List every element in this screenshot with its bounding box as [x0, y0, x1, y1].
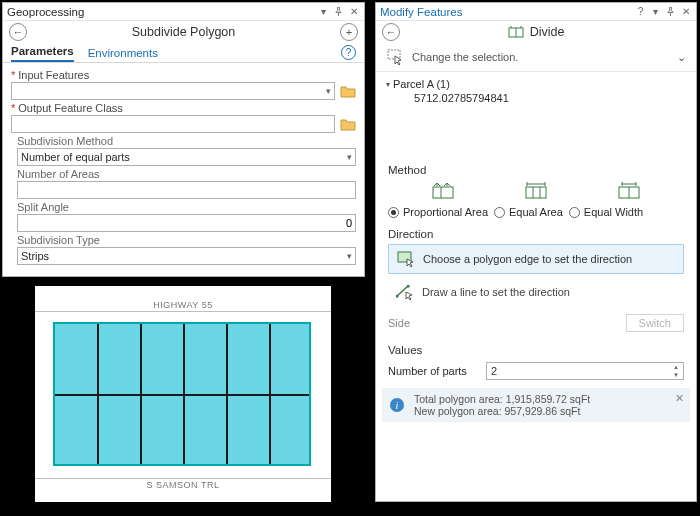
input-features-label: Input Features — [11, 69, 356, 81]
geop-nav: ← Subdivide Polygon + — [3, 21, 364, 43]
choose-edge-button[interactable]: Choose a polygon edge to set the directi… — [388, 244, 684, 274]
num-parts-value: 2 — [491, 365, 497, 377]
draw-line-button[interactable]: Draw a line to set the direction — [388, 278, 684, 306]
radio-icon — [569, 207, 580, 218]
help-icon[interactable]: ? — [634, 6, 647, 17]
chevron-down-icon: ▾ — [347, 251, 352, 261]
svg-rect-20 — [396, 295, 399, 298]
tab-environments[interactable]: Environments — [88, 47, 158, 62]
draw-line-label: Draw a line to set the direction — [422, 286, 570, 298]
browse-folder-icon[interactable] — [340, 117, 356, 131]
equal-width-icon — [618, 181, 640, 199]
subdiv-method-value: Number of equal parts — [21, 151, 130, 163]
direction-section-label: Direction — [376, 224, 696, 242]
top-road-label: HIGHWAY 55 — [35, 300, 331, 310]
side-label: Side — [388, 317, 410, 329]
modify-tool-name: Divide — [530, 25, 565, 39]
num-areas-label: Number of Areas — [17, 168, 356, 180]
subdiv-method-select[interactable]: Number of equal parts ▾ — [17, 148, 356, 166]
close-icon[interactable]: ✕ — [679, 6, 692, 17]
svg-rect-21 — [407, 285, 410, 288]
selection-tree: ▾ Parcel A (1) 5712.02785794841 — [376, 72, 696, 160]
selection-cursor-icon — [386, 49, 404, 65]
close-icon[interactable]: ✕ — [347, 6, 360, 17]
chevron-down-icon[interactable]: ▾ — [649, 6, 662, 17]
geop-title: Geoprocessing — [7, 6, 84, 18]
geop-tabs: Parameters Environments ? — [3, 43, 364, 63]
subdiv-type-label: Subdivision Type — [17, 234, 356, 246]
svg-rect-7 — [526, 187, 546, 198]
spin-down-icon[interactable]: ▼ — [670, 371, 682, 379]
subdiv-type-value: Strips — [21, 250, 49, 262]
info-icon: i — [390, 398, 404, 412]
svg-rect-5 — [433, 187, 453, 198]
tree-child-row[interactable]: 5712.02785794841 — [386, 92, 686, 104]
choose-edge-label: Choose a polygon edge to set the directi… — [423, 253, 632, 265]
opt-equal-area[interactable]: Equal Area — [494, 206, 563, 218]
road-line — [35, 311, 331, 312]
equal-area-icon — [525, 181, 547, 199]
divide-icon — [508, 25, 524, 39]
method-icons — [376, 178, 696, 202]
output-fc-label: Output Feature Class — [11, 102, 356, 114]
modify-title: Modify Features — [380, 6, 462, 18]
proportional-area-icon — [432, 181, 454, 199]
tree-parent-label: Parcel A (1) — [393, 78, 450, 90]
road-line — [35, 478, 331, 479]
num-parts-label: Number of parts — [388, 365, 478, 377]
modify-nav: ← Divide — [376, 21, 696, 43]
modify-panel: Modify Features ? ▾ ✕ ← Divide Change th… — [375, 2, 697, 502]
back-button[interactable]: ← — [9, 23, 27, 41]
split-angle-input[interactable] — [17, 214, 356, 232]
close-icon[interactable]: ✕ — [675, 392, 684, 405]
pin-icon[interactable] — [664, 7, 677, 16]
change-selection-row[interactable]: Change the selection. ⌄ — [376, 43, 696, 72]
map-preview: HIGHWAY 55 S SAMSON TRL — [35, 286, 331, 502]
radio-icon — [494, 207, 505, 218]
num-areas-input[interactable] — [17, 181, 356, 199]
side-row: Side Switch — [376, 306, 696, 340]
chevron-down-icon: ⌄ — [677, 51, 686, 64]
info-box: i Total polygon area: 1,915,859.72 sqFt … — [382, 388, 690, 422]
subdiv-type-select[interactable]: Strips ▾ — [17, 247, 356, 265]
spin-up-icon[interactable]: ▲ — [670, 363, 682, 371]
output-fc-input[interactable] — [11, 115, 335, 133]
geop-form: Input Features ▾ Output Feature Class Su… — [3, 63, 364, 271]
geoprocessing-panel: Geoprocessing ▾ ✕ ← Subdivide Polygon + … — [2, 2, 365, 277]
chevron-down-icon: ▾ — [347, 152, 352, 162]
geop-titlebar: Geoprocessing ▾ ✕ — [3, 3, 364, 21]
radio-icon — [388, 207, 399, 218]
chevron-down-icon: ▾ — [326, 86, 331, 96]
tree-parent-row[interactable]: ▾ Parcel A (1) — [386, 78, 686, 90]
help-icon[interactable]: ? — [341, 45, 356, 60]
browse-folder-icon[interactable] — [340, 84, 356, 98]
tree-child-label: 5712.02785794841 — [414, 92, 509, 104]
modify-titlebar: Modify Features ? ▾ ✕ — [376, 3, 696, 21]
pin-icon[interactable] — [332, 7, 345, 16]
split-angle-label: Split Angle — [17, 201, 356, 213]
opt-equal-width[interactable]: Equal Width — [569, 206, 643, 218]
info-line-1: Total polygon area: 1,915,859.72 sqFt — [414, 393, 590, 405]
svg-rect-4 — [388, 50, 400, 59]
back-button[interactable]: ← — [382, 23, 400, 41]
choose-edge-icon — [397, 251, 415, 267]
values-section-label: Values — [376, 340, 696, 358]
num-parts-row: Number of parts 2 ▲▼ — [376, 358, 696, 384]
add-button[interactable]: + — [340, 23, 358, 41]
subdiv-method-label: Subdivision Method — [17, 135, 356, 147]
tab-parameters[interactable]: Parameters — [11, 45, 74, 62]
chevron-down-icon[interactable]: ▾ — [317, 6, 330, 17]
info-line-2: New polygon area: 957,929.86 sqFt — [414, 405, 590, 417]
parcel-polygon — [53, 322, 311, 466]
method-section-label: Method — [376, 160, 696, 178]
num-parts-input[interactable]: 2 ▲▼ — [486, 362, 684, 380]
method-options: Proportional Area Equal Area Equal Width — [376, 202, 696, 224]
tool-name: Subdivide Polygon — [27, 25, 340, 39]
draw-line-icon — [396, 284, 414, 300]
collapse-icon[interactable]: ▾ — [386, 80, 390, 89]
input-features-select[interactable]: ▾ — [11, 82, 335, 100]
opt-proportional-area[interactable]: Proportional Area — [388, 206, 488, 218]
change-selection-label: Change the selection. — [412, 51, 518, 63]
bottom-road-label: S SAMSON TRL — [35, 480, 331, 490]
switch-button[interactable]: Switch — [626, 314, 684, 332]
